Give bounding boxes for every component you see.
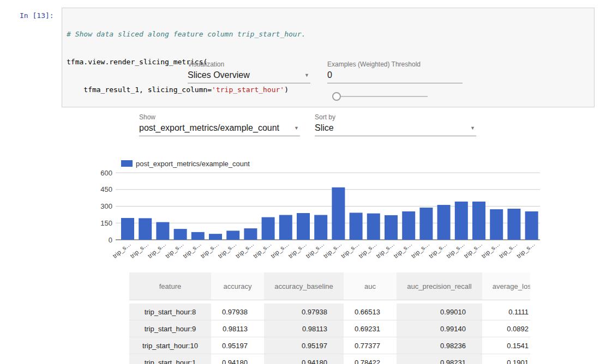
y-axis-tick-label: 450 [100,185,112,193]
metric-cell: 0.1901 [482,354,530,364]
sort-by-dropdown[interactable]: Sort by Slice ▼ [315,113,476,136]
bar[interactable] [472,202,485,240]
bar[interactable] [174,229,187,240]
code-line-2: tfma.view.render_slicing_metrics( [67,57,586,66]
bar[interactable] [191,232,205,240]
sort-by-label: Sort by [315,113,476,122]
bar[interactable] [437,205,451,240]
legend-label: post_export_metrics/example_count [136,160,250,168]
visualization-value: Slices Overview ▼ [188,70,310,83]
x-axis-tick-label: trip_s… [287,240,308,259]
bar[interactable] [156,222,169,240]
table-row: trip_start_hour:10.941800.941800.784220.… [129,354,530,364]
bar[interactable] [402,211,415,240]
code-line-3: tfma_result_1, slicing_column='trip_star… [67,85,586,94]
bar[interactable] [262,217,275,240]
dropdown-arrow-icon: ▼ [304,72,309,78]
x-axis-tick-label: trip_s… [410,240,431,259]
y-axis-tick-label: 600 [100,169,112,177]
x-axis-tick-label: trip_s… [340,240,361,259]
code-line-comment: # Show data sliced along feature column … [67,29,586,39]
bar[interactable] [209,234,222,240]
threshold-slider-track[interactable] [336,96,428,97]
column-header-average-loss: average_loss [482,272,530,300]
show-label: Show [139,113,300,122]
metric-cell: 0.1111 [482,304,530,320]
code-cell[interactable]: # Show data sliced along feature column … [62,8,595,107]
bar[interactable] [279,215,292,240]
table-row: trip_start_hour:100.951970.951970.773770… [129,337,530,354]
legend-swatch-icon [121,160,133,167]
metric-cell: 0.77377 [344,337,397,354]
bar[interactable] [244,228,257,240]
x-axis-tick-label: trip_s… [498,240,519,259]
bar[interactable] [121,218,134,240]
x-axis-tick-label: trip_s… [463,240,483,259]
dropdown-arrow-icon: ▼ [470,125,475,131]
metric-cell: 0.78422 [344,354,397,364]
table-row: trip_start_hour:80.979380.979380.665130.… [129,304,530,320]
metric-cell: 0.97938 [264,304,344,320]
y-axis-tick-label: 0 [109,236,112,244]
dropdown-arrow-icon: ▼ [294,125,299,131]
bar[interactable] [350,213,363,240]
table-row: trip_start_hour:90.981130.981130.692310.… [129,320,530,337]
bar[interactable] [367,214,380,240]
slices-overview-chart: post_export_metrics/example_count 015030… [95,155,548,264]
x-axis-tick-label: trip_s… [445,240,466,259]
x-axis-tick-label: trip_s… [235,240,255,259]
bar[interactable] [455,202,468,240]
metrics-table-container[interactable]: feature accuracy accuracy_baseline auc a… [129,272,530,364]
x-axis-tick-label: trip_s… [111,240,132,259]
column-header-auc: auc [344,272,397,300]
chart-x-axis-labels: trip_s…trip_s…trip_s…trip_s…trip_s…trip_… [111,240,536,259]
x-axis-tick-label: trip_s… [322,240,343,259]
feature-cell: trip_start_hour:9 [129,320,211,337]
metric-cell: 0.94180 [264,354,344,364]
x-axis-tick-label: trip_s… [147,240,167,259]
feature-cell: trip_start_hour:1 [129,354,211,364]
bar[interactable] [507,209,520,240]
x-axis-tick-label: trip_s… [252,240,273,259]
metrics-table: feature accuracy accuracy_baseline auc a… [129,272,530,364]
metric-cell: 0.95197 [264,337,344,354]
x-axis-tick-label: trip_s… [182,240,202,259]
metric-cell: 0.95197 [211,337,264,354]
y-axis-tick-label: 150 [100,219,112,227]
metric-cell: 0.98113 [264,320,344,337]
chart-bars [121,187,538,240]
bar[interactable] [490,209,503,240]
y-axis-tick-label: 300 [100,202,112,210]
threshold-slider-handle[interactable] [332,92,341,101]
visualization-dropdown[interactable]: Visualization Slices Overview ▼ [188,60,310,83]
bar[interactable] [297,213,310,240]
threshold-field[interactable]: Examples (Weighted) Threshold 0 [327,60,463,83]
bar[interactable] [525,211,538,240]
threshold-label: Examples (Weighted) Threshold [327,60,463,69]
metric-cell: 0.0892 [482,320,530,337]
metric-cell: 0.66513 [344,304,397,320]
bar[interactable] [419,208,433,240]
show-metric-dropdown[interactable]: Show post_export_metrics/example_count ▼ [139,113,300,136]
x-axis-tick-label: trip_s… [515,240,536,259]
metric-cell: 0.69231 [344,320,397,337]
x-axis-tick-label: trip_s… [304,240,325,259]
x-axis-tick-label: trip_s… [164,240,185,259]
chart-legend: post_export_metrics/example_count [121,160,250,168]
bar[interactable] [139,218,152,240]
bar[interactable] [226,230,239,240]
x-axis-tick-label: trip_s… [428,240,448,259]
feature-cell: trip_start_hour:10 [129,337,211,354]
metric-cell: 0.94180 [211,354,264,364]
bar[interactable] [332,187,345,240]
visualization-label: Visualization [188,60,310,69]
bar[interactable] [314,215,327,240]
feature-cell: trip_start_hour:8 [129,304,211,320]
metric-cell: 0.99140 [397,320,482,337]
table-header-row: feature accuracy accuracy_baseline auc a… [129,272,530,300]
column-header-feature: feature [129,272,211,300]
column-header-auc-precision-recall: auc_precision_recall [397,272,482,300]
column-header-accuracy-baseline: accuracy_baseline [264,272,344,300]
metric-cell: 0.98236 [397,337,482,354]
bar[interactable] [385,215,398,240]
